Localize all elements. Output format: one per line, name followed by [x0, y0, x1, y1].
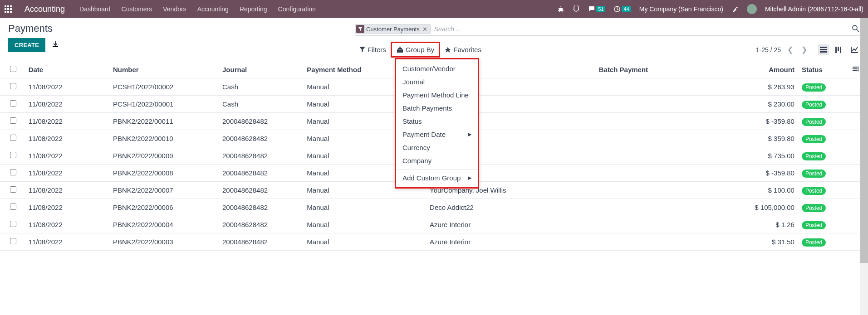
- app-name[interactable]: Accounting: [25, 5, 65, 14]
- select-all-checkbox[interactable]: [10, 66, 16, 72]
- cell-amount: $ 100.00: [731, 182, 798, 199]
- svg-rect-10: [838, 47, 839, 51]
- clock-icon: [613, 5, 621, 13]
- row-checkbox[interactable]: [10, 221, 16, 227]
- bug-icon[interactable]: [557, 5, 564, 13]
- col-date[interactable]: Date: [25, 61, 109, 78]
- view-kanban-icon[interactable]: [834, 44, 844, 55]
- group-by-item-journal[interactable]: Journal: [396, 75, 478, 88]
- svg-point-0: [559, 8, 563, 11]
- group-by-item-payment-method-line[interactable]: Payment Method Line: [396, 88, 478, 102]
- support-icon[interactable]: [573, 5, 580, 13]
- row-checkbox[interactable]: [10, 117, 16, 124]
- col-amount[interactable]: Amount: [731, 61, 798, 78]
- group-by-dropdown: Customer/VendorJournalPayment Method Lin…: [395, 58, 479, 189]
- cell-date: 11/08/2022: [25, 216, 109, 233]
- scrollbar[interactable]: [860, 18, 868, 251]
- filter-tag-remove[interactable]: ✕: [422, 26, 428, 33]
- cell-batch: [595, 199, 731, 216]
- nav-configuration[interactable]: Configuration: [278, 5, 316, 13]
- status-badge: Posted: [802, 204, 826, 212]
- cell-amount: $ 230.00: [731, 96, 798, 113]
- filter-tag: Customer Payments ✕: [355, 24, 431, 34]
- col-batch[interactable]: Batch Payment: [595, 61, 731, 78]
- search-input[interactable]: [434, 25, 852, 33]
- table-row[interactable]: 11/08/2022PBNK2/2022/00004200048628482Ma…: [0, 216, 868, 233]
- group-by-button[interactable]: Group By: [391, 42, 440, 58]
- nav-reporting[interactable]: Reporting: [240, 5, 267, 13]
- cell-number: PBNK2/2022/00009: [109, 147, 219, 165]
- row-checkbox[interactable]: [10, 100, 16, 107]
- status-badge: Posted: [802, 152, 826, 160]
- table-row[interactable]: 11/08/2022PBNK2/2022/00003200048628482Ma…: [0, 233, 868, 251]
- dropdown-separator: [396, 169, 478, 170]
- user-menu[interactable]: Mitchell Admin (20867112-16-0-all): [765, 5, 863, 13]
- row-checkbox[interactable]: [10, 169, 16, 175]
- cell-amount: $ 1.26: [731, 216, 798, 233]
- group-by-item-label: Journal: [402, 78, 425, 86]
- status-badge: Posted: [802, 187, 826, 195]
- row-checkbox[interactable]: [10, 83, 16, 89]
- search-toolbar: Filters Group By Favorites 1-25 / 25 ❮ ❯: [355, 42, 860, 58]
- cell-batch: [595, 165, 731, 182]
- cell-number: PCSH1/2022/00002: [109, 78, 219, 96]
- cell-journal: Cash: [219, 96, 303, 113]
- apps-icon[interactable]: [5, 5, 12, 13]
- view-list-icon[interactable]: [818, 44, 829, 55]
- messages-button[interactable]: 51: [588, 5, 605, 13]
- nav-dashboard[interactable]: Dashboard: [79, 5, 111, 13]
- svg-rect-7: [820, 49, 827, 50]
- col-status[interactable]: Status: [798, 61, 843, 78]
- status-badge: Posted: [802, 221, 826, 229]
- tools-icon[interactable]: [731, 5, 739, 13]
- search-box[interactable]: Customer Payments ✕: [355, 23, 860, 36]
- group-by-item-status[interactable]: Status: [396, 115, 478, 128]
- col-number[interactable]: Number: [109, 61, 219, 78]
- download-icon[interactable]: [52, 40, 59, 50]
- cell-date: 11/08/2022: [25, 78, 109, 96]
- group-by-item-batch-payments[interactable]: Batch Payments: [396, 102, 478, 115]
- cell-batch: [595, 216, 731, 233]
- pager-next[interactable]: ❯: [799, 44, 809, 56]
- svg-rect-13: [853, 68, 857, 69]
- status-badge: Posted: [802, 170, 826, 178]
- cell-journal: Cash: [219, 78, 303, 96]
- favorites-button[interactable]: Favorites: [440, 43, 486, 56]
- cell-journal: 200048628482: [219, 216, 303, 233]
- status-badge: Posted: [802, 101, 826, 109]
- chat-icon: [588, 5, 595, 13]
- cell-date: 11/08/2022: [25, 199, 109, 216]
- group-by-item-customer-vendor[interactable]: Customer/Vendor: [396, 62, 478, 75]
- cell-date: 11/08/2022: [25, 233, 109, 251]
- row-checkbox[interactable]: [10, 204, 16, 210]
- pager-text[interactable]: 1-25 / 25: [756, 46, 781, 53]
- nav-vendors[interactable]: Vendors: [163, 5, 186, 13]
- search-icon[interactable]: [852, 24, 860, 34]
- group-by-item-label: Payment Method Line: [402, 91, 469, 99]
- filter-tag-label: Customer Payments: [366, 26, 420, 33]
- create-button[interactable]: CREATE: [8, 38, 45, 52]
- avatar[interactable]: [747, 4, 757, 14]
- cell-journal: 200048628482: [219, 130, 303, 147]
- group-by-item-currency[interactable]: Currency: [396, 141, 478, 154]
- row-checkbox[interactable]: [10, 186, 16, 193]
- view-graph-icon[interactable]: [849, 44, 860, 55]
- group-by-item-company[interactable]: Company: [396, 154, 478, 167]
- activities-button[interactable]: 44: [613, 5, 631, 13]
- row-checkbox[interactable]: [10, 135, 16, 141]
- nav-accounting[interactable]: Accounting: [197, 5, 229, 13]
- nav-customers[interactable]: Customers: [122, 5, 152, 13]
- row-checkbox[interactable]: [10, 152, 16, 158]
- table-row[interactable]: 11/08/2022PBNK2/2022/00006200048628482Ma…: [0, 199, 868, 216]
- status-badge: Posted: [802, 118, 826, 126]
- status-badge: Posted: [802, 238, 826, 247]
- filters-button[interactable]: Filters: [355, 43, 391, 56]
- pager-prev[interactable]: ❮: [785, 44, 795, 56]
- cell-batch: [595, 78, 731, 96]
- group-by-item-payment-date[interactable]: Payment Date▶: [396, 128, 478, 141]
- group-by-add-custom[interactable]: Add Custom Group ▶: [396, 171, 478, 184]
- col-journal[interactable]: Journal: [219, 61, 303, 78]
- status-badge: Posted: [802, 135, 826, 143]
- row-checkbox[interactable]: [10, 238, 16, 244]
- company-selector[interactable]: My Company (San Francisco): [639, 5, 723, 13]
